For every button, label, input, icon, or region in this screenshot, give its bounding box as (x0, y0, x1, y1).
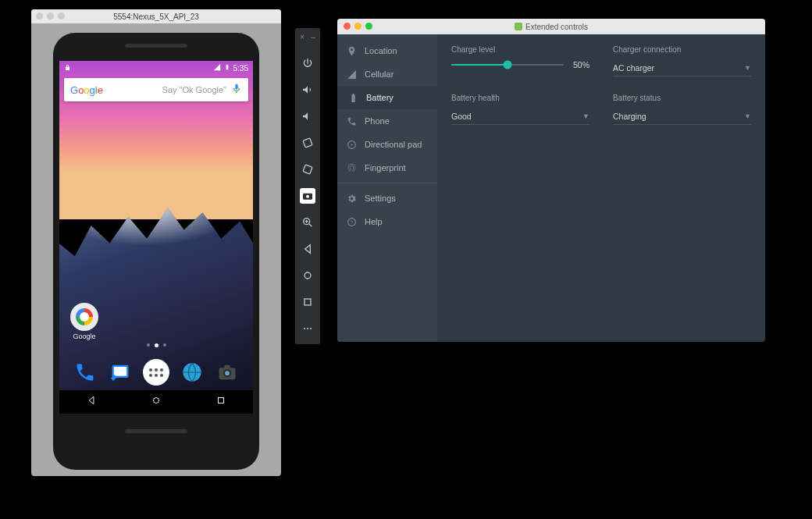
emulator-titlebar[interactable]: 5554:Nexus_5X_API_23 (31, 9, 281, 23)
messages-app-icon[interactable] (107, 359, 134, 386)
battery-health-select[interactable]: Good ▼ (451, 108, 589, 125)
sidebar-item-label: Directional pad (365, 140, 422, 149)
sidebar-item-label: Cellular (365, 69, 394, 79)
svg-point-20 (351, 144, 352, 145)
emulator-toolbar: × – (295, 28, 320, 344)
screenshot-button[interactable] (300, 188, 315, 204)
window-traffic-lights[interactable] (36, 12, 65, 20)
svg-rect-1 (114, 367, 126, 376)
sidebar-item-cellular[interactable]: Cellular (337, 62, 437, 86)
svg-rect-6 (225, 365, 230, 369)
field-label: Battery status (613, 94, 751, 102)
extended-titlebar[interactable]: Extended controls (337, 19, 765, 34)
status-time: 5:35 (233, 64, 248, 73)
minimize-window-icon[interactable] (354, 23, 361, 30)
battery-icon (224, 63, 230, 73)
svg-point-16 (304, 328, 305, 329)
chevron-down-icon: ▼ (582, 112, 589, 120)
close-icon[interactable]: × (300, 33, 304, 41)
device-screen[interactable]: 5:35 Google Say "Ok Google" Google (59, 61, 253, 414)
battery-panel: Charge level 50% Charger connection AC c… (437, 34, 765, 342)
svg-point-12 (306, 195, 309, 198)
close-window-icon[interactable] (344, 23, 351, 30)
folder-label: Google (67, 332, 102, 340)
device-speaker (125, 44, 187, 48)
power-button[interactable] (300, 55, 315, 71)
svg-point-5 (225, 371, 230, 375)
extended-window-title: Extended controls (525, 23, 588, 31)
separator (337, 183, 437, 183)
rotate-right-button[interactable] (300, 162, 315, 177)
back-nav-button[interactable] (300, 241, 315, 257)
sidebar-item-location[interactable]: Location (337, 39, 437, 62)
svg-point-18 (310, 328, 312, 329)
svg-point-17 (307, 328, 308, 329)
device-speaker (125, 429, 187, 433)
svg-point-14 (304, 272, 311, 279)
sidebar-item-phone[interactable]: Phone (337, 109, 437, 133)
zoom-button[interactable] (300, 215, 315, 230)
volume-down-button[interactable] (300, 108, 315, 124)
window-dot[interactable] (58, 12, 65, 20)
svg-rect-9 (303, 138, 312, 148)
recents-nav-button[interactable] (300, 294, 315, 310)
charge-level-value: 50% (573, 60, 589, 69)
charge-level-slider[interactable] (451, 64, 564, 66)
device-frame: 5:35 Google Say "Ok Google" Google (53, 33, 259, 470)
charger-connection-field: Charger connection AC charger ▼ (613, 45, 751, 76)
folder-icon (70, 303, 98, 331)
emulator-window-title: 5554:Nexus_5X_API_23 (113, 12, 199, 21)
back-button[interactable] (86, 395, 97, 409)
home-button[interactable] (151, 395, 162, 409)
extended-controls-window: Extended controls Location Cellular Batt… (337, 19, 765, 342)
select-value: Charging (613, 112, 646, 121)
dock (59, 354, 253, 390)
field-label: Battery health (451, 94, 589, 102)
google-folder[interactable]: Google (67, 303, 102, 340)
volume-up-button[interactable] (300, 82, 315, 98)
minimize-icon[interactable]: – (311, 33, 315, 41)
window-dot[interactable] (47, 12, 54, 20)
battery-status-field: Battery status Charging ▼ (613, 94, 751, 125)
chevron-down-icon: ▼ (744, 64, 751, 72)
svg-rect-8 (218, 398, 223, 403)
window-traffic-lights[interactable] (344, 23, 372, 30)
sidebar-item-label: Fingerprint (365, 163, 406, 172)
extended-sidebar: Location Cellular Battery Phone Directio… (337, 34, 437, 342)
microphone-icon[interactable] (231, 83, 242, 97)
browser-app-icon[interactable] (179, 359, 205, 386)
android-nav-bar (59, 390, 253, 414)
select-value: Good (451, 112, 472, 121)
battery-status-select[interactable]: Charging ▼ (613, 108, 751, 125)
svg-text:?: ? (351, 219, 354, 224)
zoom-window-icon[interactable] (365, 23, 372, 30)
rotate-left-button[interactable] (300, 135, 315, 151)
select-value: AC charger (613, 63, 654, 73)
home-nav-button[interactable] (300, 268, 315, 283)
google-logo: Google (70, 84, 103, 96)
sidebar-item-label: Settings (365, 194, 396, 203)
sidebar-item-label: Location (365, 46, 397, 55)
sidebar-item-settings[interactable]: Settings (337, 187, 437, 210)
google-search-bar[interactable]: Google Say "Ok Google" (64, 78, 248, 101)
field-label: Charge level (451, 45, 589, 54)
phone-app-icon[interactable] (72, 359, 98, 386)
app-icon (515, 23, 522, 30)
sidebar-item-battery[interactable]: Battery (337, 86, 437, 109)
recents-button[interactable] (215, 395, 226, 409)
all-apps-button[interactable] (143, 359, 169, 386)
slider-thumb[interactable] (503, 61, 511, 69)
sidebar-item-label: Phone (365, 116, 390, 126)
signal-icon (213, 63, 221, 73)
sidebar-item-label: Battery (366, 93, 394, 102)
more-button[interactable] (300, 321, 315, 336)
sidebar-item-dpad[interactable]: Directional pad (337, 133, 437, 156)
charger-connection-select[interactable]: AC charger ▼ (613, 60, 751, 76)
chevron-down-icon: ▼ (744, 112, 751, 120)
window-dot[interactable] (36, 12, 43, 20)
page-indicator (59, 343, 253, 347)
field-label: Charger connection (613, 45, 751, 54)
camera-app-icon[interactable] (214, 359, 240, 386)
sidebar-item-help[interactable]: ? Help (337, 210, 437, 233)
sidebar-item-fingerprint[interactable]: Fingerprint (337, 156, 437, 180)
